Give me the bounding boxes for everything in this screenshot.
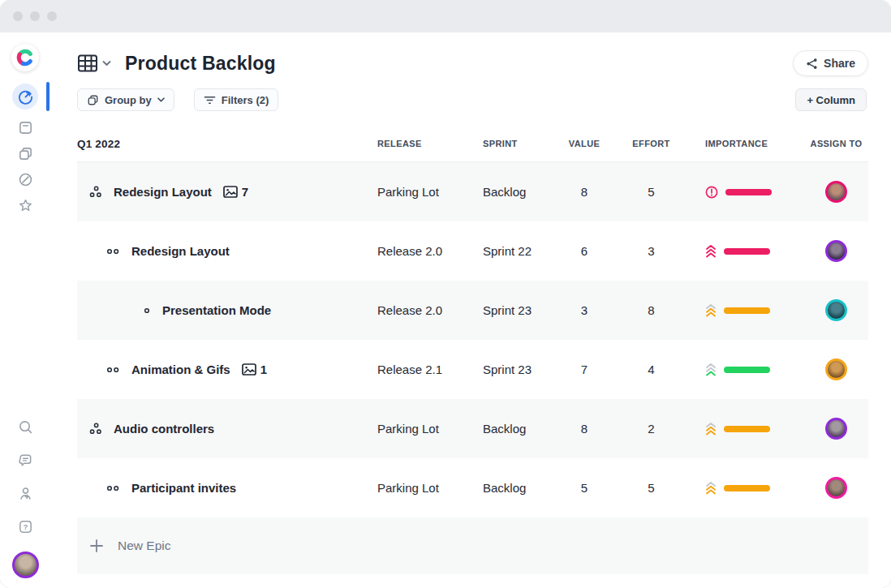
- assignee-cell[interactable]: [798, 281, 875, 340]
- item-name: Audio controllers: [114, 422, 214, 436]
- group-label[interactable]: Q1 2022: [77, 138, 369, 150]
- item-name-cell[interactable]: Presentation Mode: [77, 281, 369, 340]
- column-header-assign-to[interactable]: ASSIGN TO: [798, 139, 875, 148]
- release-cell[interactable]: Parking Lot: [369, 458, 475, 517]
- item-name-cell[interactable]: Audio controllers: [77, 399, 369, 458]
- sidebar-item-boards[interactable]: [17, 145, 33, 161]
- sprint-cell[interactable]: Sprint 23: [475, 281, 552, 340]
- group-by-button[interactable]: Group by: [77, 88, 174, 111]
- column-header-value[interactable]: VALUE: [552, 139, 617, 148]
- effort-cell[interactable]: 3: [617, 221, 686, 281]
- item-name: Redesign Layout: [131, 244, 230, 258]
- item-name: Presentation Mode: [162, 303, 271, 317]
- release-cell[interactable]: Release 2.1: [369, 340, 475, 399]
- sidebar-search[interactable]: [17, 418, 33, 435]
- importance-bar: [725, 189, 772, 195]
- window-close-button[interactable]: [13, 11, 23, 21]
- sidebar-feedback[interactable]: [17, 452, 33, 468]
- table-row[interactable]: Presentation Mode Release 2.0 Sprint 23 …: [77, 281, 868, 340]
- table-body: Redesign Layout 7 Parking Lot Backlog 8 …: [77, 162, 868, 517]
- table-view-icon[interactable]: [77, 54, 98, 73]
- value-cell[interactable]: 8: [552, 399, 617, 458]
- window-maximize-button[interactable]: [47, 11, 57, 21]
- value-cell[interactable]: 8: [552, 162, 617, 221]
- value-cell[interactable]: 3: [552, 281, 617, 340]
- item-name: Animation & Gifs: [131, 363, 230, 376]
- release-cell[interactable]: Release 2.0: [369, 281, 475, 340]
- assignee-cell[interactable]: [798, 399, 875, 458]
- column-header-importance[interactable]: IMPORTANCE: [686, 139, 791, 148]
- item-name-cell[interactable]: Animation & Gifs 1: [77, 340, 369, 399]
- new-epic-button[interactable]: New Epic: [77, 517, 868, 574]
- sidebar-invite-user[interactable]: [17, 485, 33, 501]
- active-nav-indicator: [46, 82, 50, 111]
- sidebar-item-favorites[interactable]: [17, 197, 33, 213]
- assignee-avatar[interactable]: [825, 240, 847, 262]
- craft-logo[interactable]: [11, 44, 39, 71]
- sprint-cell[interactable]: Sprint 23: [475, 340, 552, 399]
- importance-cell[interactable]: [686, 458, 791, 517]
- assignee-cell[interactable]: [798, 221, 875, 281]
- table-row[interactable]: Redesign Layout Release 2.0 Sprint 22 6 …: [77, 221, 868, 281]
- assignee-avatar[interactable]: [825, 418, 847, 440]
- value-cell[interactable]: 7: [552, 340, 617, 399]
- item-name-cell[interactable]: Redesign Layout: [77, 221, 369, 281]
- value-cell[interactable]: 6: [552, 221, 617, 281]
- priority-chevrons-icon: [705, 363, 717, 376]
- story-icon: [106, 365, 120, 375]
- effort-cell[interactable]: 2: [617, 399, 686, 458]
- assignee-avatar[interactable]: [825, 477, 847, 499]
- add-user-icon: [18, 486, 33, 501]
- effort-cell[interactable]: 8: [617, 281, 686, 340]
- table-header-row: Q1 2022 RELEASE SPRINT VALUE EFFORT IMPO…: [77, 126, 868, 162]
- assignee-avatar[interactable]: [825, 181, 847, 203]
- table-row[interactable]: Audio controllers Parking Lot Backlog 8 …: [77, 399, 868, 458]
- importance-cell[interactable]: [686, 340, 791, 399]
- effort-cell[interactable]: 4: [617, 340, 686, 399]
- user-avatar[interactable]: [12, 552, 39, 578]
- sidebar-item-notes[interactable]: [17, 119, 33, 135]
- importance-cell[interactable]: [686, 281, 791, 340]
- release-cell[interactable]: Parking Lot: [369, 162, 475, 221]
- window-minimize-button[interactable]: [30, 11, 40, 21]
- main-content: Product Backlog Share: [50, 32, 891, 588]
- column-header-effort[interactable]: EFFORT: [617, 139, 686, 148]
- assignee-cell[interactable]: [798, 340, 875, 399]
- sprint-cell[interactable]: Backlog: [475, 399, 552, 458]
- chevron-down-icon: [157, 97, 165, 102]
- attachment-indicator: 1: [242, 363, 267, 376]
- sprint-cell[interactable]: Sprint 22: [475, 221, 552, 281]
- copy-icon: [18, 146, 33, 161]
- add-column-button[interactable]: + Column: [795, 88, 867, 111]
- priority-chevrons-icon: [705, 244, 717, 258]
- assignee-avatar[interactable]: [825, 358, 847, 380]
- sprint-cell[interactable]: Backlog: [475, 162, 552, 221]
- table-row[interactable]: Participant invites Parking Lot Backlog …: [77, 458, 868, 517]
- column-header-sprint[interactable]: SPRINT: [475, 139, 552, 148]
- value-cell[interactable]: 5: [552, 458, 617, 517]
- sidebar-item-explore[interactable]: [17, 171, 33, 187]
- assignee-cell[interactable]: [798, 458, 875, 517]
- sidebar-help[interactable]: ?: [17, 518, 33, 534]
- priority-chevrons-icon: [705, 481, 717, 495]
- effort-cell[interactable]: 5: [617, 458, 686, 517]
- chevron-down-icon[interactable]: [102, 60, 111, 67]
- effort-cell[interactable]: 5: [617, 162, 686, 221]
- table-row[interactable]: Redesign Layout 7 Parking Lot Backlog 8 …: [77, 162, 868, 221]
- importance-cell[interactable]: [686, 221, 791, 281]
- importance-cell[interactable]: [686, 162, 791, 221]
- column-header-release[interactable]: RELEASE: [369, 139, 475, 148]
- toolbar: Group by Filters (2) + Column: [77, 88, 867, 111]
- release-cell[interactable]: Parking Lot: [369, 399, 475, 458]
- sidebar-item-dashboard[interactable]: [12, 84, 38, 109]
- table-row[interactable]: Animation & Gifs 1 Release 2.1 Sprint 23…: [77, 340, 868, 399]
- assignee-avatar[interactable]: [825, 299, 847, 321]
- sprint-cell[interactable]: Backlog: [475, 458, 552, 517]
- assignee-cell[interactable]: [798, 162, 875, 221]
- filters-button[interactable]: Filters (2): [194, 88, 279, 111]
- share-button[interactable]: Share: [793, 50, 868, 76]
- item-name-cell[interactable]: Redesign Layout 7: [77, 162, 369, 221]
- item-name-cell[interactable]: Participant invites: [77, 458, 369, 517]
- release-cell[interactable]: Release 2.0: [369, 221, 475, 281]
- importance-cell[interactable]: [686, 399, 791, 458]
